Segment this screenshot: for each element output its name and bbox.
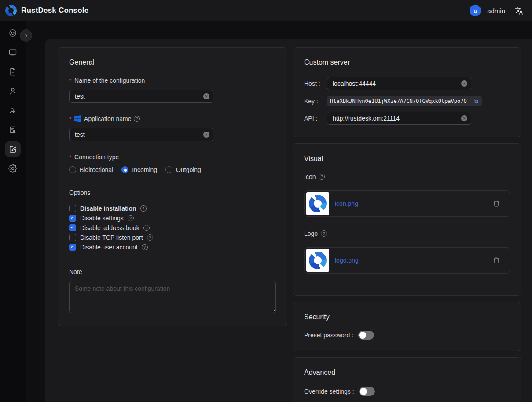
icon-thumbnail [306,192,329,215]
icon-file-box: icon.png [304,190,510,217]
app-name-input[interactable] [69,128,213,141]
api-input[interactable] [327,112,471,125]
sidebar-item-smiley[interactable] [5,25,21,41]
sidebar-item-documents[interactable] [5,64,21,80]
windows-icon [74,115,81,122]
key-value-box: HtaXBkJNHyn0e1U1jWXze7A7CN7QTGWqxkOtpaVp… [327,96,482,106]
username[interactable]: admin [487,7,505,15]
help-icon[interactable]: ? [128,215,134,221]
trash-icon[interactable] [493,256,500,264]
users-group-icon [8,106,17,115]
override-settings-row: Override settings : [304,387,510,396]
general-card-title: General [69,58,276,66]
help-icon[interactable]: ? [143,225,150,231]
smiley-icon [8,29,17,37]
monitor-icon [8,48,17,57]
help-icon[interactable]: ? [140,205,147,212]
radio-circle[interactable] [69,166,76,173]
host-row: Host : ✕ [304,77,510,90]
override-settings-label: Override settings : [304,388,354,395]
override-settings-toggle[interactable] [359,387,375,396]
visual-card: Visual Icon ? icon.png Logo ? logo.png [293,143,521,296]
main-panel: General * Name of the configuration ✕ * … [45,39,532,402]
connection-type-options: Bidirectional Incoming Outgoing [69,166,276,173]
document-icon [8,67,17,76]
avatar[interactable]: a [470,5,481,16]
help-icon[interactable]: ? [147,234,153,241]
help-icon[interactable]: ? [319,174,325,180]
rustdesk-logo-icon [5,5,17,16]
note-label: Note [69,268,276,275]
radio-circle[interactable] [121,166,128,173]
app-name-label-row: * Application name ? [69,115,276,122]
preset-password-label: Preset password : [304,332,353,339]
option-disable-tcp-listen-port[interactable]: Disable TCP listen port ? [69,233,276,242]
preset-password-toggle[interactable] [358,331,374,340]
sidebar-item-settings[interactable] [5,161,21,176]
sidebar-item-devices[interactable] [5,44,21,60]
radio-bidirectional[interactable]: Bidirectional [69,166,113,173]
sidebar-item-groups[interactable] [5,102,21,118]
logo-file-link[interactable]: logo.png [335,257,359,264]
icon-file-link[interactable]: icon.png [335,200,358,207]
app-title: RustDesk Console [21,6,88,15]
option-disable-settings[interactable]: Disable settings ? [69,213,276,223]
security-title: Security [304,313,510,321]
checkbox[interactable] [69,215,76,222]
required-asterisk: * [69,154,71,161]
key-value: HtaXBkJNHyn0e1U1jWXze7A7CN7QTGWqxkOtpaVp… [330,98,470,104]
config-name-input[interactable] [69,90,213,103]
clear-icon[interactable]: ✕ [461,115,467,121]
preset-password-row: Preset password : [304,331,510,340]
config-name-label: Name of the configuration [74,77,145,84]
checkbox[interactable] [69,234,76,241]
avatar-initial: a [474,7,477,14]
icon-label: Icon [304,173,316,180]
clear-icon[interactable]: ✕ [203,132,209,138]
option-disable-address-book[interactable]: Disable address book ? [69,223,276,233]
option-disable-installation[interactable]: Disable installation ? [69,204,276,213]
advanced-title: Advanced [304,369,510,376]
clear-icon[interactable]: ✕ [461,80,467,87]
connection-type-label-row: * Connection type [69,153,276,161]
connection-type-label: Connection type [74,153,119,161]
custom-server-title: Custom server [304,58,510,66]
topbar: RustDesk Console a admin [0,0,532,21]
audit-log-icon [8,125,17,134]
logo-label: Logo [304,230,318,237]
help-icon[interactable]: ? [142,244,148,250]
advanced-card: Advanced Override settings : Default set… [293,357,521,402]
sidebar-item-custom-client[interactable] [5,141,21,157]
settings-gear-icon [8,164,17,173]
copy-icon[interactable] [473,98,479,104]
checkbox[interactable] [69,205,76,212]
sidebar [0,21,26,402]
user-icon [8,87,17,95]
sidebar-item-audit[interactable] [5,122,21,138]
visual-title: Visual [304,155,510,163]
config-name-label-row: * Name of the configuration [69,77,276,84]
required-asterisk: * [69,77,71,84]
option-disable-user-account[interactable]: Disable user account ? [69,242,276,252]
help-icon[interactable]: ? [321,230,327,237]
clear-icon[interactable]: ✕ [203,93,209,99]
checkbox[interactable] [69,244,76,251]
general-card: General * Name of the configuration ✕ * … [58,47,287,326]
trash-icon[interactable] [493,200,500,208]
required-asterisk: * [69,116,71,122]
checkbox[interactable] [69,224,76,231]
radio-outgoing[interactable]: Outgoing [165,166,201,173]
host-input[interactable] [327,77,471,90]
note-textarea[interactable] [69,281,276,313]
radio-incoming[interactable]: Incoming [121,166,157,173]
key-row: Key : HtaXBkJNHyn0e1U1jWXze7A7CN7QTGWqxk… [304,96,510,106]
sidebar-collapse-button[interactable] [20,29,32,42]
host-label: Host : [304,80,327,87]
chevron-right-icon [23,33,29,38]
logo-thumbnail [306,249,329,272]
help-icon[interactable]: ? [134,116,140,122]
translate-icon[interactable] [515,7,523,15]
radio-circle[interactable] [165,166,172,173]
sidebar-item-user[interactable] [5,83,21,99]
security-card: Security Preset password : [293,302,521,351]
